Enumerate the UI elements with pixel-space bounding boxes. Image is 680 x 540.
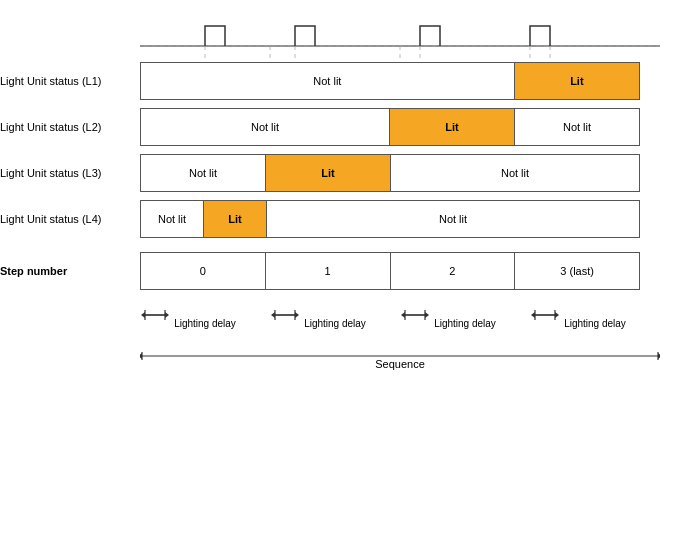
L2-lit: Lit [390, 108, 515, 146]
step-row: 0 1 2 3 (last) [140, 252, 640, 290]
row-L4: Not lit Lit Not lit [140, 200, 640, 238]
lighting-delay-2: Lighting delay [400, 318, 530, 336]
L3-lit: Lit [266, 154, 391, 192]
trigger-waveform [140, 8, 660, 58]
step-0: 0 [140, 252, 266, 290]
lighting-delay-0: Lighting delay [140, 318, 270, 336]
sequence-label: Sequence [140, 358, 660, 370]
step-number-label: Step number [0, 252, 138, 290]
row-L2: Not lit Lit Not lit [140, 108, 640, 146]
row-label-L3: Light Unit status (L3) [0, 154, 138, 192]
step-3: 3 (last) [515, 252, 640, 290]
timing-diagram: Trigger input (L1) ON ▶ [0, 0, 680, 540]
row-label-L2: Light Unit status (L2) [0, 108, 138, 146]
L2-not-lit-1: Not lit [140, 108, 390, 146]
step-2: 2 [391, 252, 516, 290]
L1-lit: Lit [515, 62, 640, 100]
L4-not-lit-2: Not lit [267, 200, 640, 238]
L1-not-lit: Not lit [140, 62, 515, 100]
row-label-L4: Light Unit status (L4) [0, 200, 138, 238]
L3-not-lit-1: Not lit [140, 154, 266, 192]
row-L3: Not lit Lit Not lit [140, 154, 640, 192]
row-L1: Not lit Lit [140, 62, 640, 100]
L4-lit: Lit [204, 200, 267, 238]
L3-not-lit-2: Not lit [391, 154, 640, 192]
row-label-L1: Light Unit status (L1) [0, 62, 138, 100]
step-1: 1 [266, 252, 391, 290]
L2-not-lit-2: Not lit [515, 108, 640, 146]
lighting-delay-3: Lighting delay [530, 318, 660, 336]
lighting-delay-1: Lighting delay [270, 318, 400, 336]
L4-not-lit-1: Not lit [140, 200, 204, 238]
